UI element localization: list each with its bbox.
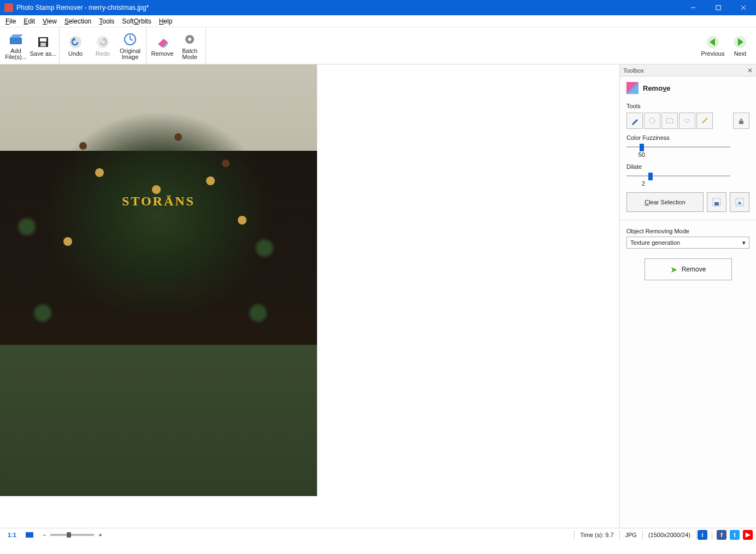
chevron-down-icon: ▾ [742, 239, 746, 246]
svg-rect-7 [40, 38, 46, 42]
svg-marker-16 [158, 39, 168, 48]
menu-edit[interactable]: Edit [24, 17, 35, 25]
gear-icon [182, 32, 197, 47]
mode-label: Object Removing Mode [626, 228, 749, 234]
minimize-button[interactable] [681, 0, 706, 15]
next-button[interactable]: Next [726, 28, 754, 63]
svg-rect-1 [716, 5, 720, 10]
fuzziness-slider[interactable] [626, 143, 730, 151]
svg-point-28 [706, 117, 708, 120]
svg-rect-4 [10, 38, 22, 44]
fuzziness-value: 50 [629, 151, 645, 158]
svg-line-15 [130, 39, 133, 40]
fuzziness-label: Color Fuzziness [626, 134, 749, 141]
zoom-in-button[interactable]: + [94, 532, 106, 538]
dilate-value: 2 [629, 180, 645, 187]
menu-softorbits[interactable]: SoftOrbits [122, 17, 151, 25]
fit-screen-button[interactable] [21, 532, 38, 538]
svg-point-19 [188, 38, 191, 41]
undo-button[interactable]: Undo [62, 28, 89, 63]
save-icon [36, 34, 51, 50]
remove-section-icon [626, 82, 638, 94]
svg-rect-35 [26, 532, 33, 538]
remove-toolbar-button[interactable]: Remove [149, 28, 176, 63]
toolbar: Add File(s)... Save as... Undo Redo Or [0, 27, 756, 64]
close-button[interactable] [731, 0, 756, 15]
svg-marker-5 [10, 34, 23, 38]
canvas-area[interactable]: STORĀNS [0, 64, 619, 528]
menu-tools[interactable]: Tools [99, 17, 114, 25]
image-sign-text: STORĀNS [122, 194, 195, 209]
image-preview: STORĀNS [0, 64, 317, 496]
eraser-icon [155, 34, 170, 50]
add-files-button[interactable]: Add File(s)... [2, 28, 30, 63]
zoom-out-button[interactable]: − [38, 532, 50, 538]
svg-marker-34 [737, 201, 742, 204]
tools-row [626, 113, 749, 129]
menu-view[interactable]: View [43, 17, 57, 25]
info-icon[interactable]: i [698, 530, 707, 540]
svg-marker-24 [632, 119, 638, 125]
clock-icon [122, 32, 138, 47]
previous-icon [705, 34, 720, 50]
toolbox-title: Toolbox [623, 67, 644, 74]
save-as-button[interactable]: Save as... [30, 28, 57, 63]
svg-rect-32 [714, 202, 719, 205]
mode-value: Texture generation [630, 239, 680, 246]
zoom-slider[interactable] [50, 534, 94, 536]
load-selection-button[interactable] [730, 192, 749, 212]
toolbox-close-button[interactable]: ✕ [747, 67, 753, 74]
app-icon [4, 3, 13, 12]
title-bar: Photo Stamp Remover - merry-christmas.jp… [0, 0, 756, 15]
window-controls [681, 0, 756, 15]
menu-help[interactable]: Help [159, 17, 173, 25]
magic-wand-tool[interactable] [696, 113, 713, 129]
svg-point-25 [649, 118, 655, 123]
menu-bar: File Edit View Selection Tools SoftOrbit… [0, 15, 756, 27]
mode-dropdown[interactable]: Texture generation ▾ [626, 237, 749, 249]
window-title: Photo Stamp Remover - merry-christmas.jp… [16, 4, 149, 11]
menu-file[interactable]: File [5, 17, 16, 25]
time-status: Time (s): 9.7 [576, 532, 618, 538]
dimensions-status: (1500x2000/24) [644, 532, 695, 538]
undo-icon [68, 34, 83, 50]
svg-rect-26 [666, 119, 673, 123]
svg-rect-30 [740, 119, 742, 121]
menu-selection[interactable]: Selection [65, 17, 91, 25]
remove-heading: Remove [643, 84, 671, 92]
tools-label: Tools [626, 103, 749, 109]
status-bar: 1:1 − + Time (s): 9.7 JPG (1500x2000/24)… [0, 528, 756, 541]
previous-button[interactable]: Previous [699, 28, 726, 63]
arrow-right-icon: ➤ [670, 264, 677, 275]
social-links: i f t ▶ [698, 530, 753, 540]
original-image-button[interactable]: Original Image [116, 28, 144, 63]
maximize-button[interactable] [706, 0, 731, 15]
add-files-icon [8, 32, 24, 47]
remove-button-label: Remove [682, 266, 706, 273]
toolbox-header: Toolbox ✕ [620, 64, 756, 76]
youtube-icon[interactable]: ▶ [743, 530, 753, 540]
dilate-slider[interactable] [626, 172, 730, 180]
workspace: STORĀNS Toolbox ✕ Remove Tool [0, 64, 756, 528]
redo-icon [95, 34, 110, 50]
color-select-tool[interactable] [679, 113, 695, 129]
clear-selection-button[interactable]: Clear Selection [626, 192, 704, 212]
free-select-tool[interactable] [644, 113, 660, 129]
zoom-ratio[interactable]: 1:1 [3, 532, 21, 538]
dilate-label: Dilate [626, 163, 749, 170]
facebook-icon[interactable]: f [717, 530, 726, 540]
batch-mode-button[interactable]: Batch Mode [176, 28, 203, 63]
redo-button[interactable]: Redo [89, 28, 116, 63]
remove-section-header: Remove [626, 82, 749, 94]
toolbox-panel: Toolbox ✕ Remove Tools [619, 64, 756, 528]
svg-point-11 [97, 36, 109, 48]
clone-stamp-tool[interactable] [733, 113, 749, 129]
format-status: JPG [621, 532, 641, 538]
svg-rect-8 [40, 43, 46, 46]
twitter-icon[interactable]: t [730, 530, 740, 540]
marker-tool[interactable] [626, 113, 643, 129]
save-selection-button[interactable] [707, 192, 726, 212]
next-icon [732, 34, 748, 50]
rectangle-select-tool[interactable] [661, 113, 678, 129]
remove-action-button[interactable]: ➤ Remove [644, 258, 732, 280]
